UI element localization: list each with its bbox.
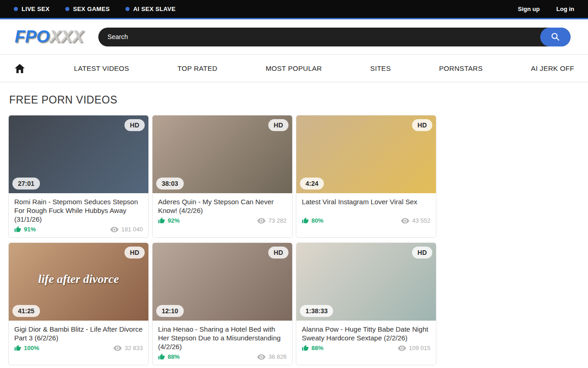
likes-stat: 80% [302, 217, 323, 224]
bullet-dot-icon [125, 7, 130, 11]
logo-part-2: XXX [50, 27, 84, 46]
bullet-dot-icon [14, 7, 18, 11]
topbar-link[interactable]: SEX GAMES [65, 6, 110, 12]
video-title[interactable]: Aderes Quin - My Stepson Can Never Know!… [158, 197, 287, 215]
thumbs-up-icon [14, 345, 21, 351]
eye-icon [257, 354, 266, 360]
video-card: HD 38:03 Aderes Quin - My Stepson Can Ne… [152, 115, 293, 238]
home-icon [14, 63, 26, 75]
nav-home-link[interactable] [14, 63, 26, 75]
video-card: HD 4:24 Latest Viral Instagram Lover Vir… [296, 115, 436, 238]
video-title[interactable]: Lina Henao - Sharing a Hotel Bed with He… [158, 325, 287, 351]
hd-badge: HD [124, 247, 145, 259]
video-card: HD 27:01 Romi Rain - Stepmom Seduces Ste… [8, 115, 149, 238]
topbar: LIVE SEXSEX GAMESAI SEX SLAVE Sign up Lo… [0, 0, 588, 19]
search-icon [550, 32, 560, 42]
duration-badge: 38:03 [156, 178, 184, 190]
topbar-links: LIVE SEXSEX GAMESAI SEX SLAVE [14, 6, 175, 12]
video-thumbnail[interactable]: HD 12:10 [153, 243, 292, 321]
duration-badge: 41:25 [12, 305, 40, 317]
thumbnail-overlay-text: life after divorce [9, 272, 148, 286]
nav-item-top-rated[interactable]: TOP RATED [177, 64, 217, 72]
nav-item-sites[interactable]: SITES [370, 64, 391, 72]
video-thumbnail[interactable]: HD 1:38:33 [296, 243, 436, 321]
views-value: 43 552 [412, 217, 430, 224]
duration-badge: 1:38:33 [300, 305, 333, 317]
views-stat: 109 015 [398, 345, 430, 351]
topbar-link-label: AI SEX SLAVE [133, 6, 175, 12]
views-value: 73 282 [268, 217, 287, 224]
search-button[interactable] [540, 28, 571, 46]
video-stats: 80% 43 552 [302, 217, 430, 224]
eye-icon [257, 218, 266, 224]
likes-value: 92% [168, 217, 180, 224]
nav-item-latest-videos[interactable]: LATEST VIDEOS [74, 64, 129, 72]
likes-value: 88% [168, 353, 180, 360]
main-nav: LATEST VIDEOSTOP RATEDMOST POPULARSITESP… [0, 55, 588, 82]
views-value: 181 040 [121, 226, 143, 233]
video-card: HD 1:38:33 Alanna Pow - Huge Titty Babe … [296, 242, 436, 365]
duration-badge: 4:24 [300, 178, 324, 190]
likes-value: 88% [311, 345, 323, 351]
thumbs-up-icon [158, 353, 165, 360]
logo-part-1: FPO [15, 27, 50, 46]
hd-badge: HD [412, 119, 432, 131]
video-grid: HD 27:01 Romi Rain - Stepmom Seduces Ste… [0, 115, 588, 368]
header: FPOXXX [0, 19, 588, 55]
views-stat: 73 282 [257, 217, 287, 224]
views-stat: 181 040 [110, 226, 143, 233]
topbar-link[interactable]: AI SEX SLAVE [125, 6, 175, 12]
search-input[interactable] [98, 28, 571, 46]
login-link[interactable]: Log in [556, 6, 574, 12]
likes-stat: 91% [14, 226, 36, 233]
topbar-link-label: LIVE SEX [22, 6, 50, 12]
video-card: life after divorce HD 41:25 Gigi Dior & … [8, 242, 149, 365]
topbar-link-label: SEX GAMES [73, 6, 110, 12]
video-thumbnail[interactable]: HD 27:01 [9, 115, 148, 193]
nav-item-ai-jerk-off[interactable]: AI JERK OFF [531, 64, 574, 72]
views-value: 109 015 [409, 345, 430, 351]
nav-item-most-popular[interactable]: MOST POPULAR [266, 64, 322, 72]
likes-stat: 88% [302, 345, 323, 351]
hd-badge: HD [124, 119, 145, 131]
views-value: 36 826 [268, 353, 287, 360]
thumbs-up-icon [302, 345, 309, 351]
video-stats: 91% 181 040 [14, 226, 143, 233]
video-info: Aderes Quin - My Stepson Can Never Know!… [153, 193, 292, 229]
likes-value: 80% [311, 217, 323, 224]
topbar-link[interactable]: LIVE SEX [14, 6, 50, 12]
video-info: Romi Rain - Stepmom Seduces Stepson For … [9, 193, 148, 237]
likes-value: 91% [24, 226, 36, 233]
views-stat: 43 552 [401, 217, 430, 224]
likes-stat: 92% [158, 217, 180, 224]
video-thumbnail[interactable]: life after divorce HD 41:25 [9, 243, 148, 321]
video-title[interactable]: Alanna Pow - Huge Titty Babe Date Night … [302, 325, 430, 342]
thumbs-up-icon [14, 226, 21, 233]
site-logo[interactable]: FPOXXX [15, 27, 84, 46]
video-stats: 92% 73 282 [158, 217, 287, 224]
auth-links: Sign up Log in [518, 6, 574, 12]
video-thumbnail[interactable]: HD 38:03 [153, 115, 292, 193]
hd-badge: HD [268, 119, 288, 131]
views-stat: 32 833 [113, 345, 143, 351]
duration-badge: 12:10 [156, 305, 184, 317]
video-info: Gigi Dior & Bambi Blitz - Life After Div… [9, 321, 148, 356]
video-thumbnail[interactable]: HD 4:24 [296, 115, 436, 193]
likes-stat: 88% [158, 353, 180, 360]
views-value: 32 833 [124, 345, 143, 351]
video-card: HD 12:10 Lina Henao - Sharing a Hotel Be… [152, 242, 293, 365]
hd-badge: HD [412, 247, 432, 259]
video-info: Alanna Pow - Huge Titty Babe Date Night … [296, 321, 436, 356]
signup-link[interactable]: Sign up [518, 6, 540, 12]
hd-badge: HD [268, 247, 288, 259]
bullet-dot-icon [65, 7, 69, 11]
video-title[interactable]: Latest Viral Instagram Lover Viral Sex [302, 197, 430, 215]
thumbs-up-icon [302, 217, 309, 224]
video-title[interactable]: Gigi Dior & Bambi Blitz - Life After Div… [14, 325, 143, 342]
eye-icon [110, 226, 119, 233]
video-stats: 100% 32 833 [14, 345, 143, 351]
eye-icon [113, 345, 122, 351]
video-title[interactable]: Romi Rain - Stepmom Seduces Stepson For … [14, 197, 143, 224]
nav-item-pornstars[interactable]: PORNSTARS [439, 64, 483, 72]
search-bar [98, 28, 571, 46]
